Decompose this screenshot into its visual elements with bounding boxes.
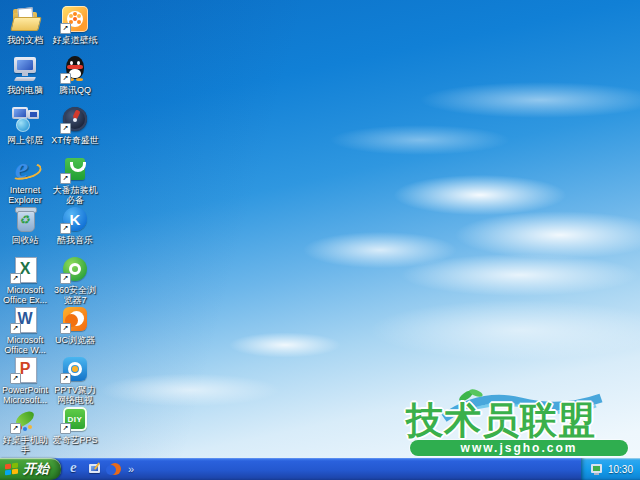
my-computer-icon bbox=[10, 54, 40, 84]
desktop: 我的文档 好桌道壁纸 我的电脑 腾讯QQ 网 bbox=[0, 0, 640, 480]
icon-label: 好桌手机助手 bbox=[0, 435, 50, 455]
system-tray: 10:30 bbox=[581, 458, 640, 480]
start-button-label: 开始 bbox=[23, 460, 49, 478]
desktop-icon-360-browser[interactable]: 360安全浏览器7 bbox=[50, 254, 100, 304]
desktop-icon-word[interactable]: W Microsoft Office W... bbox=[0, 304, 50, 354]
desktop-icon-uc-browser[interactable]: UC浏览器 bbox=[50, 304, 100, 354]
xt-game-icon bbox=[60, 104, 90, 134]
shortcut-arrow-icon bbox=[60, 73, 71, 84]
quicklaunch-media-icon[interactable] bbox=[108, 462, 122, 476]
desktop-icon-internet-explorer[interactable]: e Internet Explorer bbox=[0, 154, 50, 204]
icon-label: UC浏览器 bbox=[55, 335, 95, 345]
desktop-icon-phone-assistant[interactable]: 好桌手机助手 bbox=[0, 404, 50, 454]
desktop-icon-kuwo-music[interactable]: K 酷我音乐 bbox=[50, 204, 100, 254]
watermark-title: 技术员联盟 bbox=[406, 396, 596, 446]
taskbar: 开始 e » 10:30 bbox=[0, 458, 640, 480]
desktop-icon-excel[interactable]: X Microsoft Office Ex... bbox=[0, 254, 50, 304]
desktop-icon-my-computer[interactable]: 我的电脑 bbox=[0, 54, 50, 104]
word-icon: W bbox=[10, 304, 40, 334]
wallpaper-app-icon bbox=[60, 4, 90, 34]
desktop-icon-xt-legend-game[interactable]: XT传奇盛世 bbox=[50, 104, 100, 154]
pptv-icon bbox=[60, 354, 90, 384]
icon-label: 酷我音乐 bbox=[57, 235, 93, 245]
shortcut-arrow-icon bbox=[10, 273, 21, 284]
360-browser-icon bbox=[60, 254, 90, 284]
icon-label: 好桌道壁纸 bbox=[53, 35, 98, 45]
qq-penguin-icon bbox=[60, 54, 90, 84]
desktop-icon-haozhuodao-wallpaper[interactable]: 好桌道壁纸 bbox=[50, 4, 100, 54]
quicklaunch-overflow-chevron[interactable]: » bbox=[128, 464, 134, 475]
phone-assistant-icon bbox=[10, 404, 40, 434]
desktop-icon-my-documents[interactable]: 我的文档 bbox=[0, 4, 50, 54]
kuwo-music-icon: K bbox=[60, 204, 90, 234]
shortcut-arrow-icon bbox=[10, 423, 21, 434]
quicklaunch-show-desktop-icon[interactable] bbox=[88, 462, 102, 476]
desktop-icons: 我的文档 好桌道壁纸 我的电脑 腾讯QQ 网 bbox=[0, 4, 100, 454]
icon-label: 腾讯QQ bbox=[59, 85, 91, 95]
iqiyi-pps-icon: DIY bbox=[60, 404, 90, 434]
quicklaunch-ie-icon[interactable]: e bbox=[68, 462, 82, 476]
icon-label: 我的电脑 bbox=[7, 85, 43, 95]
icon-label: Internet Explorer bbox=[0, 185, 50, 205]
powerpoint-icon: P bbox=[10, 354, 40, 384]
shortcut-arrow-icon bbox=[60, 323, 71, 334]
desktop-icon-pptv[interactable]: PPTV聚力 网络电视 bbox=[50, 354, 100, 404]
quick-launch: e » bbox=[61, 458, 141, 480]
desktop-icon-datomato[interactable]: 大番茄装机必备 bbox=[50, 154, 100, 204]
shortcut-arrow-icon bbox=[60, 123, 71, 134]
taskbar-clock[interactable]: 10:30 bbox=[608, 464, 633, 475]
shortcut-arrow-icon bbox=[60, 373, 71, 384]
icon-label: 网上邻居 bbox=[7, 135, 43, 145]
tomato-bag-icon bbox=[60, 154, 90, 184]
icon-label: 大番茄装机必备 bbox=[50, 185, 100, 205]
windows-logo-icon bbox=[5, 463, 19, 476]
shortcut-arrow-icon bbox=[10, 323, 21, 334]
shortcut-arrow-icon bbox=[10, 373, 21, 384]
desktop-icon-tencent-qq[interactable]: 腾讯QQ bbox=[50, 54, 100, 104]
shortcut-arrow-icon bbox=[60, 423, 71, 434]
desktop-icon-powerpoint[interactable]: P PowerPoint Microsoft... bbox=[0, 354, 50, 404]
internet-explorer-icon: e bbox=[10, 154, 40, 184]
icon-label: 360安全浏览器7 bbox=[50, 285, 100, 305]
desktop-icon-iqiyi-pps[interactable]: DIY 爱奇艺PPS bbox=[50, 404, 100, 454]
desktop-icon-recycle-bin[interactable]: 回收站 bbox=[0, 204, 50, 254]
shortcut-arrow-icon bbox=[60, 223, 71, 234]
tray-status-icon[interactable] bbox=[590, 463, 603, 476]
watermark-url: www.jsgho.com bbox=[410, 440, 628, 456]
icon-label: PowerPoint Microsoft... bbox=[0, 385, 50, 405]
excel-icon: X bbox=[10, 254, 40, 284]
watermark: 技术员联盟 www.jsgho.com bbox=[402, 394, 638, 456]
network-places-icon bbox=[10, 104, 40, 134]
icon-label: Microsoft Office Ex... bbox=[0, 285, 50, 305]
recycle-bin-icon bbox=[10, 204, 40, 234]
shortcut-arrow-icon bbox=[60, 23, 71, 34]
desktop-icon-network-places[interactable]: 网上邻居 bbox=[0, 104, 50, 154]
uc-browser-icon bbox=[60, 304, 90, 334]
icon-label: XT传奇盛世 bbox=[51, 135, 99, 145]
my-documents-icon bbox=[10, 4, 40, 34]
icon-label: 回收站 bbox=[12, 235, 39, 245]
icon-label: 爱奇艺PPS bbox=[52, 435, 97, 445]
taskbar-empty-area bbox=[141, 458, 581, 480]
icon-label: Microsoft Office W... bbox=[0, 335, 50, 355]
shortcut-arrow-icon bbox=[60, 273, 71, 284]
icon-label: PPTV聚力 网络电视 bbox=[50, 385, 100, 405]
shortcut-arrow-icon bbox=[60, 173, 71, 184]
icon-label: 我的文档 bbox=[7, 35, 43, 45]
start-button[interactable]: 开始 bbox=[0, 458, 61, 480]
